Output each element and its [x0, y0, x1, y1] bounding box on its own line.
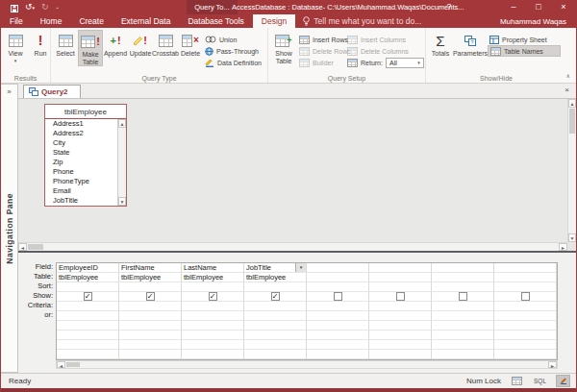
show-checkbox[interactable]: [459, 292, 467, 301]
account-name[interactable]: Muhammad Waqas: [500, 14, 576, 28]
empty-cell[interactable]: [307, 331, 369, 340]
table-cell[interactable]: [494, 273, 557, 282]
field-item[interactable]: Phone: [45, 167, 117, 177]
empty-cell[interactable]: [369, 321, 432, 331]
or-cell[interactable]: [244, 311, 307, 321]
minimize-button[interactable]: –: [501, 0, 526, 14]
scroll-down-icon[interactable]: ▼: [118, 197, 126, 206]
update-button[interactable]: ! Update: [128, 30, 153, 58]
show-cell[interactable]: [432, 292, 494, 302]
field-dropdown-icon[interactable]: ▾: [295, 263, 306, 272]
field-item[interactable]: Email: [45, 186, 117, 196]
or-cell[interactable]: [119, 311, 182, 321]
empty-cell[interactable]: [244, 331, 307, 340]
upper-pane-vertical-scrollbar[interactable]: ▲ ▼: [567, 99, 576, 242]
show-checkbox[interactable]: ✓: [146, 292, 155, 301]
show-cell[interactable]: ✓: [57, 292, 119, 302]
field-cell[interactable]: [494, 263, 557, 273]
or-cell[interactable]: [57, 311, 119, 321]
show-checkbox[interactable]: ✓: [84, 292, 92, 301]
empty-cell[interactable]: [119, 331, 182, 340]
scroll-down-icon[interactable]: ▼: [568, 233, 576, 242]
show-cell[interactable]: ✓: [119, 292, 182, 302]
empty-cell[interactable]: [494, 340, 557, 350]
or-cell[interactable]: [369, 311, 432, 321]
empty-cell[interactable]: [369, 340, 432, 350]
sql-view-button[interactable]: SQL: [533, 375, 547, 387]
table-cell[interactable]: tblEmployee: [182, 273, 244, 282]
empty-cell[interactable]: [432, 321, 494, 331]
scroll-right-icon[interactable]: ►: [548, 361, 557, 368]
empty-cell[interactable]: [57, 331, 119, 340]
table-card-tblemployee[interactable]: tblEmployee Address1 Address2 City State…: [44, 104, 127, 207]
tab-create[interactable]: Create: [70, 14, 113, 28]
run-button[interactable]: ! Run: [28, 30, 53, 58]
scrollbar-thumb[interactable]: [66, 362, 80, 367]
show-cell[interactable]: [494, 292, 557, 302]
totals-button[interactable]: Σ Totals: [428, 30, 453, 58]
table-cell[interactable]: tblEmployee: [57, 273, 119, 282]
criteria-cell[interactable]: [57, 302, 119, 311]
show-checkbox[interactable]: ✓: [209, 292, 217, 301]
tab-home[interactable]: Home: [32, 14, 71, 28]
criteria-cell[interactable]: [369, 302, 432, 311]
empty-cell[interactable]: [307, 321, 369, 331]
help-button[interactable]: ?: [439, 0, 459, 14]
tab-database-tools[interactable]: Database Tools: [179, 14, 252, 28]
criteria-cell[interactable]: [182, 302, 244, 311]
show-cell[interactable]: ✓: [182, 292, 244, 302]
table-card-title[interactable]: tblEmployee: [45, 105, 126, 119]
empty-cell[interactable]: [182, 331, 244, 340]
tell-me-box[interactable]: Tell me what you want to do...: [295, 14, 429, 28]
criteria-cell[interactable]: [307, 302, 369, 311]
sort-cell[interactable]: [182, 282, 244, 292]
append-button[interactable]: +! Append: [103, 30, 128, 58]
table-names-button[interactable]: Table Names: [488, 45, 561, 57]
empty-cell[interactable]: [432, 331, 494, 340]
scroll-up-icon[interactable]: ▲: [568, 99, 576, 108]
empty-cell[interactable]: [244, 340, 307, 350]
show-cell[interactable]: [307, 292, 369, 302]
view-button[interactable]: View ▾: [3, 30, 28, 63]
table-cell[interactable]: [432, 273, 494, 282]
property-sheet-button[interactable]: Property Sheet: [488, 34, 561, 45]
show-checkbox[interactable]: [521, 292, 530, 301]
return-dropdown[interactable]: All ▾: [386, 58, 424, 68]
empty-cell[interactable]: [182, 321, 244, 331]
pass-through-button[interactable]: Pass-Through: [203, 45, 266, 57]
upper-pane-horizontal-scrollbar[interactable]: ◄ ►: [18, 242, 567, 251]
empty-cell[interactable]: [119, 340, 182, 350]
empty-cell[interactable]: [307, 340, 369, 350]
show-checkbox[interactable]: [334, 292, 342, 301]
empty-cell[interactable]: [369, 350, 432, 359]
customize-qat-icon[interactable]: ⌄: [56, 3, 60, 12]
criteria-cell[interactable]: [494, 302, 557, 311]
empty-cell[interactable]: [57, 340, 119, 350]
field-item[interactable]: City: [45, 138, 117, 148]
field-cell[interactable]: LastName: [182, 263, 244, 273]
close-document-icon[interactable]: ×: [564, 86, 569, 94]
insert-rows-button[interactable]: Insert Rows: [297, 34, 345, 45]
show-checkbox[interactable]: [396, 292, 405, 301]
empty-cell[interactable]: [307, 350, 369, 359]
criteria-cell[interactable]: [119, 302, 182, 311]
empty-cell[interactable]: [494, 331, 557, 340]
sort-cell[interactable]: [494, 282, 557, 292]
field-cell[interactable]: FirstName: [119, 263, 182, 273]
scroll-left-icon[interactable]: ◄: [57, 361, 65, 368]
field-item[interactable]: Zip: [45, 158, 117, 167]
show-cell[interactable]: [369, 292, 432, 302]
navigation-pane-collapsed[interactable]: » Navigation Pane: [1, 84, 18, 373]
scroll-up-icon[interactable]: ▲: [118, 119, 126, 128]
union-button[interactable]: Union: [203, 34, 266, 45]
table-cell[interactable]: tblEmployee: [119, 273, 182, 282]
maximize-button[interactable]: □: [526, 0, 551, 14]
table-cell[interactable]: [369, 273, 432, 282]
sort-cell[interactable]: [307, 282, 369, 292]
empty-cell[interactable]: [494, 321, 557, 331]
empty-cell[interactable]: [182, 350, 244, 359]
empty-cell[interactable]: [432, 340, 494, 350]
design-view-button[interactable]: [556, 375, 570, 387]
sort-cell[interactable]: [369, 282, 432, 292]
or-cell[interactable]: [307, 311, 369, 321]
